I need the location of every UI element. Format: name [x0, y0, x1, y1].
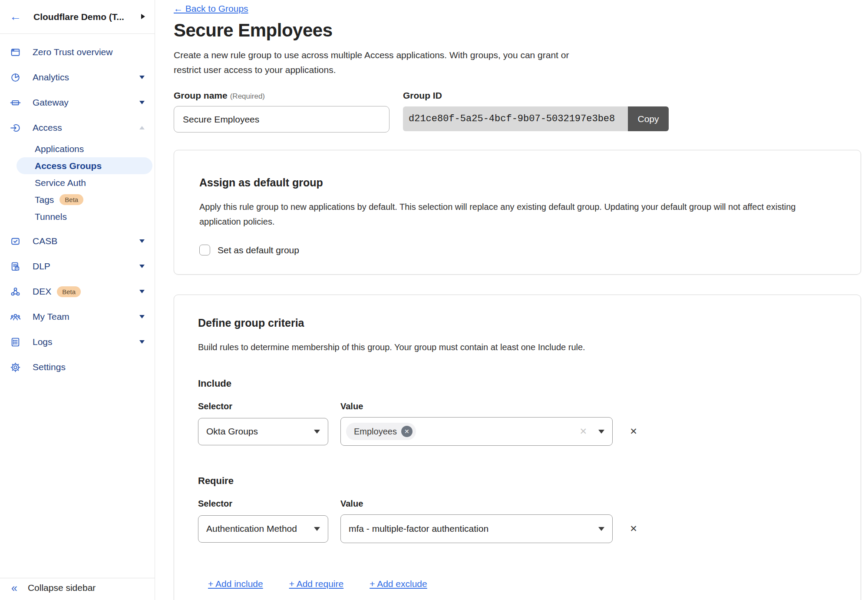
include-selector-label: Selector — [198, 401, 328, 411]
casb-icon — [10, 235, 21, 247]
add-exclude-link[interactable]: + Add exclude — [370, 579, 427, 589]
add-require-link[interactable]: + Add require — [289, 579, 344, 589]
remove-require-rule-icon[interactable]: ✕ — [625, 524, 642, 534]
chevron-down-icon[interactable] — [139, 239, 145, 243]
chevron-down-icon — [314, 527, 320, 531]
chevron-down-icon[interactable] — [139, 290, 145, 293]
back-to-groups-link[interactable]: ← Back to Groups — [174, 3, 248, 14]
sidebar-nav: Zero Trust overview Analytics Gateway Ac… — [0, 34, 155, 380]
criteria-card: Define group criteria Build rules to det… — [174, 295, 861, 600]
chevron-down-icon — [598, 430, 604, 434]
access-icon — [10, 122, 21, 133]
sidebar-item-tags[interactable]: Tags Beta — [0, 191, 155, 208]
group-name-field-block: Group name(Required) — [174, 90, 389, 133]
logs-icon — [10, 336, 21, 348]
group-name-label: Group name — [174, 90, 228, 100]
clear-values-icon[interactable]: ✕ — [579, 426, 587, 437]
sidebar-item-label: Zero Trust overview — [33, 47, 112, 57]
require-section-heading: Require — [198, 475, 837, 487]
dex-icon — [10, 286, 21, 297]
chevron-down-icon[interactable] — [139, 265, 145, 268]
sidebar-item-label: Analytics — [33, 72, 69, 83]
sidebar-item-access[interactable]: Access — [0, 115, 155, 140]
sidebar: ← Cloudflare Demo (T... Zero Trust overv… — [0, 0, 155, 600]
add-rule-links: + Add include + Add require + Add exclud… — [198, 579, 837, 589]
sidebar-item-label: My Team — [33, 312, 69, 322]
account-header: ← Cloudflare Demo (T... — [0, 0, 155, 34]
gateway-icon — [10, 97, 21, 108]
sidebar-item-zero-trust-overview[interactable]: Zero Trust overview — [0, 40, 155, 65]
require-value-label: Value — [340, 499, 613, 509]
team-icon — [10, 311, 21, 322]
require-selector-dropdown[interactable]: Authentication Method — [198, 515, 328, 543]
group-name-id-row: Group name(Required) Group ID d21ce80f-5… — [174, 90, 861, 133]
value-chip: Employees ✕ — [346, 423, 416, 440]
sidebar-item-gateway[interactable]: Gateway — [0, 90, 155, 115]
set-default-group-label[interactable]: Set as default group — [218, 245, 299, 255]
dlp-icon — [10, 261, 21, 272]
account-title: Cloudflare Demo (T... — [33, 12, 124, 22]
copy-button[interactable]: Copy — [628, 106, 669, 131]
set-default-group-checkbox[interactable] — [199, 245, 210, 255]
criteria-card-description: Build rules to determine membership of t… — [198, 340, 837, 355]
beta-badge: Beta — [59, 194, 83, 205]
sidebar-item-label: Access — [33, 123, 62, 133]
chevron-down-icon[interactable] — [139, 315, 145, 318]
chevron-down-icon[interactable] — [139, 101, 145, 104]
sidebar-item-label: DEX — [33, 286, 51, 297]
require-value-dropdown[interactable]: mfa - multiple-factor authentication — [340, 514, 613, 543]
analytics-icon — [10, 72, 21, 83]
chevron-down-icon[interactable] — [139, 340, 145, 344]
chip-remove-icon[interactable]: ✕ — [401, 426, 413, 437]
sidebar-item-tunnels[interactable]: Tunnels — [0, 208, 155, 225]
include-value-multiselect[interactable]: Employees ✕ ✕ — [340, 417, 613, 446]
add-include-link[interactable]: + Add include — [208, 579, 263, 589]
page-title: Secure Employees — [174, 20, 861, 41]
overview-icon — [10, 46, 21, 58]
group-id-block: Group ID d21ce80f-5a25-4bcf-9b07-5032197… — [403, 90, 669, 133]
sidebar-item-label: Logs — [33, 337, 53, 347]
sidebar-item-applications[interactable]: Applications — [0, 140, 155, 157]
sidebar-item-dex[interactable]: DEX Beta — [0, 279, 155, 304]
chevron-down-icon — [598, 527, 604, 531]
sidebar-item-logs[interactable]: Logs — [0, 329, 155, 355]
default-group-card-title: Assign as default group — [199, 176, 835, 189]
sidebar-item-service-auth[interactable]: Service Auth — [0, 174, 155, 191]
sidebar-item-access-groups[interactable]: Access Groups — [17, 157, 152, 174]
require-rule-row: Authentication Method mfa - multiple-fac… — [198, 514, 837, 543]
include-value-label: Value — [340, 401, 613, 411]
remove-include-rule-icon[interactable]: ✕ — [625, 426, 642, 437]
back-arrow-icon[interactable]: ← — [10, 11, 21, 23]
collapse-icon: « — [11, 583, 17, 593]
group-id-label: Group ID — [403, 90, 669, 101]
page-description: Create a new rule group to use across mu… — [174, 48, 580, 77]
sidebar-item-casb[interactable]: CASB — [0, 229, 155, 254]
criteria-card-title: Define group criteria — [198, 317, 837, 329]
include-rule-row: Okta Groups Employees ✕ ✕ ✕ — [198, 417, 837, 446]
group-id-value: d21ce80f-5a25-4bcf-9b07-5032197e3be8 — [403, 106, 628, 131]
sidebar-item-label: Gateway — [33, 97, 69, 108]
require-selector-label: Selector — [198, 499, 328, 509]
required-hint: (Required) — [230, 92, 265, 100]
sidebar-item-analytics[interactable]: Analytics — [0, 65, 155, 90]
sidebar-item-label: Settings — [33, 362, 66, 372]
sidebar-item-my-team[interactable]: My Team — [0, 304, 155, 329]
sidebar-item-settings[interactable]: Settings — [0, 355, 155, 380]
chevron-right-icon[interactable] — [141, 14, 145, 19]
include-section-heading: Include — [198, 378, 837, 389]
sidebar-item-label: DLP — [33, 261, 50, 272]
default-group-card-description: Apply this rule group to new application… — [199, 199, 835, 229]
chevron-up-icon[interactable] — [139, 126, 145, 129]
default-group-card: Assign as default group Apply this rule … — [174, 150, 861, 275]
include-selector-dropdown[interactable]: Okta Groups — [198, 418, 328, 445]
main-content: ← Back to Groups Secure Employees Create… — [155, 0, 868, 600]
group-name-input[interactable] — [174, 106, 389, 133]
collapse-sidebar-button[interactable]: « Collapse sidebar — [0, 578, 155, 600]
sidebar-item-label: CASB — [33, 236, 57, 246]
chevron-down-icon — [314, 430, 320, 434]
gear-icon — [10, 361, 21, 373]
beta-badge: Beta — [57, 286, 81, 297]
chevron-down-icon[interactable] — [139, 76, 145, 79]
sidebar-item-dlp[interactable]: DLP — [0, 254, 155, 279]
